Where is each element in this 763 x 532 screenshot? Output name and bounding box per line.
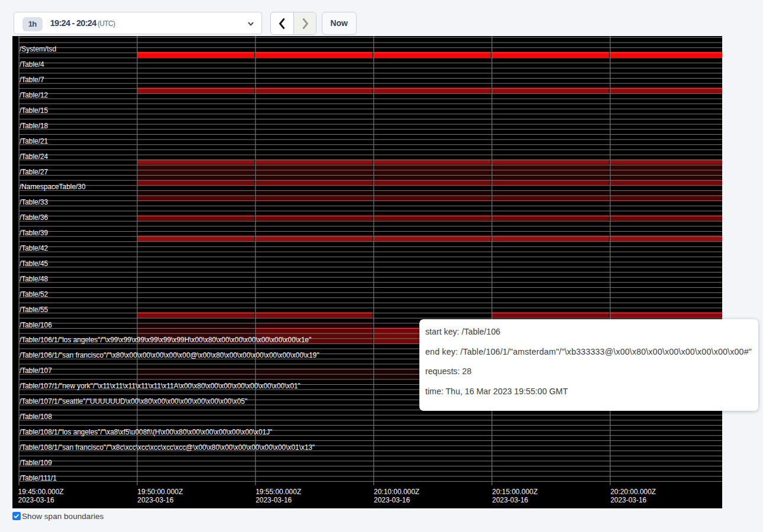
svg-text:2023-03-16: 2023-03-16 <box>374 496 410 504</box>
svg-text:2023-03-16: 2023-03-16 <box>610 496 646 504</box>
svg-text:/Table/4: /Table/4 <box>20 60 44 69</box>
svg-text:/Table/106/1/"san francisco"/": /Table/106/1/"san francisco"/"\x80\x00\x… <box>20 351 319 359</box>
svg-text:/Table/106: /Table/106 <box>20 320 52 329</box>
svg-text:/Table/111/1: /Table/111/1 <box>20 473 57 482</box>
svg-text:/Table/108/1/"san francisco"/": /Table/108/1/"san francisco"/"\x8c\xcc\x… <box>20 442 315 451</box>
svg-text:/Table/55: /Table/55 <box>20 304 48 313</box>
svg-text:20:20:00.000Z: 20:20:00.000Z <box>610 488 656 496</box>
svg-text:/Table/106/1/"los angeles"/"\x: /Table/106/1/"los angeles"/"\x99\x99\x99… <box>20 335 312 344</box>
svg-text:/Table/33: /Table/33 <box>20 197 48 206</box>
svg-text:/Table/45: /Table/45 <box>20 258 48 267</box>
svg-text:2023-03-16: 2023-03-16 <box>18 496 54 504</box>
svg-text:/Table/21: /Table/21 <box>20 136 48 145</box>
svg-text:20:15:00.000Z: 20:15:00.000Z <box>492 488 538 496</box>
svg-text:/Table/48: /Table/48 <box>20 274 48 283</box>
svg-text:20:10:00.000Z: 20:10:00.000Z <box>374 488 419 496</box>
svg-text:19:45:00.000Z: 19:45:00.000Z <box>18 488 64 496</box>
svg-text:19:50:00.000Z: 19:50:00.000Z <box>137 488 183 496</box>
svg-text:/Table/24: /Table/24 <box>20 151 48 160</box>
svg-text:/Table/18: /Table/18 <box>20 121 48 129</box>
svg-text:/NamespaceTable/30: /NamespaceTable/30 <box>20 182 86 191</box>
svg-text:/Table/52: /Table/52 <box>20 289 48 298</box>
svg-text:/Table/36: /Table/36 <box>20 213 48 222</box>
svg-text:/Table/108/1/"los angeles"/"\x: /Table/108/1/"los angeles"/"\xa8\xf5\u00… <box>20 427 273 436</box>
svg-text:2023-03-16: 2023-03-16 <box>256 496 292 504</box>
svg-text:2023-03-16: 2023-03-16 <box>492 496 528 504</box>
svg-text:/Table/107/1/"seattle"/"UUUUUU: /Table/107/1/"seattle"/"UUUUUUD\x00\x80\… <box>20 397 247 406</box>
svg-text:/Table/107/1/"new york"/"\x11\: /Table/107/1/"new york"/"\x11\x11\x11\x1… <box>20 381 300 390</box>
svg-text:19:55:00.000Z: 19:55:00.000Z <box>256 488 301 496</box>
svg-text:/Table/42: /Table/42 <box>20 244 48 252</box>
svg-text:/Table/108: /Table/108 <box>20 411 52 420</box>
svg-text:/Table/109: /Table/109 <box>20 458 52 466</box>
svg-text:/Table/27: /Table/27 <box>20 167 48 176</box>
svg-text:2023-03-16: 2023-03-16 <box>137 496 173 504</box>
svg-text:/Table/12: /Table/12 <box>20 90 48 99</box>
svg-text:/Table/107: /Table/107 <box>20 366 52 375</box>
svg-text:/Table/39: /Table/39 <box>20 228 48 237</box>
svg-text:/System/tsd: /System/tsd <box>20 44 56 53</box>
svg-text:/Table/7: /Table/7 <box>20 75 44 84</box>
svg-text:/Table/15: /Table/15 <box>20 105 48 114</box>
